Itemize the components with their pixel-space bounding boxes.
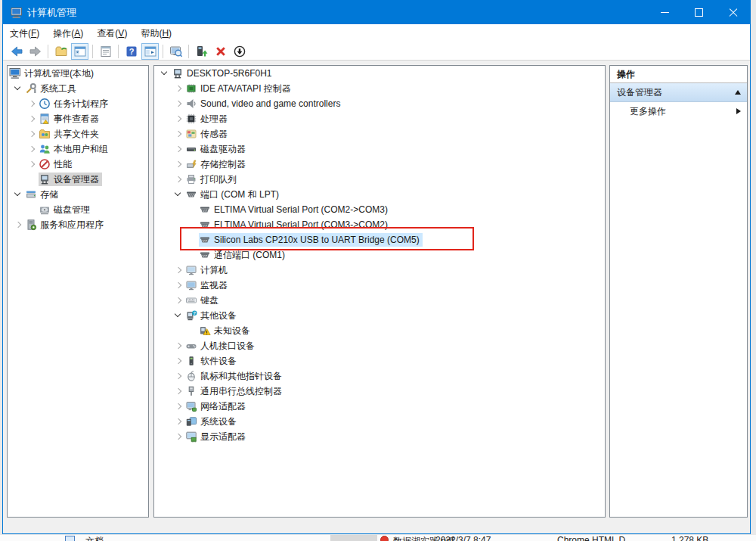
expander-collapsed-icon[interactable] — [172, 158, 185, 170]
device-tree-item[interactable]: 通信端口 (COM1) — [154, 247, 605, 263]
minimize-button[interactable] — [648, 1, 682, 24]
tree-item-core[interactable]: 事件查看器 — [39, 112, 102, 126]
expander-collapsed-icon[interactable] — [172, 279, 185, 291]
open-button[interactable] — [52, 43, 70, 60]
disable-device-button[interactable] — [231, 43, 248, 60]
collapse-arrow-icon[interactable] — [735, 90, 741, 95]
tree-item-core[interactable]: 计算机 — [185, 263, 231, 277]
console-tree-item[interactable]: 本地用户和组 — [8, 141, 148, 157]
device-tree-item[interactable]: Sound, video and game controllers — [154, 96, 605, 111]
device-tree-item[interactable]: ELTIMA Virtual Serial Port (COM3->COM2) — [154, 217, 605, 232]
tree-item-core[interactable]: 系统工具 — [25, 82, 79, 95]
console-tree-item[interactable]: 服务和应用程序 — [8, 217, 148, 232]
close-button[interactable] — [716, 1, 750, 24]
device-tree-item[interactable]: 显示适配器 — [154, 429, 605, 444]
expander-collapsed-icon[interactable] — [25, 128, 39, 140]
tree-item-core[interactable]: 存储控制器 — [185, 157, 249, 171]
tree-item-core[interactable]: IDE ATA/ATAPI 控制器 — [185, 82, 294, 95]
tree-item-core[interactable]: 磁盘驱动器 — [185, 142, 249, 156]
device-tree-item[interactable]: Silicon Labs CP210x USB to UART Bridge (… — [154, 232, 605, 247]
tree-item-core[interactable]: Sound, video and game controllers — [185, 97, 343, 110]
tree-item-core[interactable]: 系统设备 — [185, 415, 240, 428]
device-tree-item[interactable]: 打印队列 — [154, 172, 605, 187]
device-tree-item[interactable]: 键盘 — [154, 293, 605, 308]
scan-hardware-changes-button[interactable] — [167, 43, 184, 60]
device-tree-item[interactable]: ELTIMA Virtual Serial Port (COM2->COM3) — [154, 202, 605, 217]
tree-item-core[interactable]: 存储 — [25, 188, 61, 201]
show-action-pane-button[interactable] — [141, 43, 159, 60]
tree-item-core[interactable]: 任务计划程序 — [39, 97, 111, 110]
device-tree-item[interactable]: 人机接口设备 — [154, 338, 605, 353]
actions-group-device-manager[interactable]: 设备管理器 — [610, 83, 747, 102]
tree-item-core[interactable]: 端口 (COM 和 LPT) — [185, 188, 282, 201]
expander-collapsed-icon[interactable] — [172, 128, 185, 140]
expander-collapsed-icon[interactable] — [172, 431, 185, 443]
menu-help[interactable]: 帮助(H) — [134, 24, 178, 42]
expander-collapsed-icon[interactable] — [25, 143, 39, 155]
device-tree-item[interactable]: 端口 (COM 和 LPT) — [154, 187, 605, 202]
expander-collapsed-icon[interactable] — [25, 113, 39, 125]
expander-collapsed-icon[interactable] — [25, 158, 39, 170]
device-tree-item[interactable]: 未知设备 — [154, 323, 605, 338]
more-actions-item[interactable]: 更多操作 — [610, 102, 747, 120]
device-tree-item[interactable]: 存储控制器 — [154, 157, 605, 172]
device-tree-item[interactable]: 处理器 — [154, 111, 605, 126]
tree-item-core[interactable]: 监视器 — [185, 278, 231, 292]
tree-item-core[interactable]: 本地用户和组 — [39, 142, 111, 156]
help-button[interactable]: ? — [122, 43, 140, 60]
tree-item-core[interactable]: 服务和应用程序 — [25, 218, 107, 232]
expander-collapsed-icon[interactable] — [172, 370, 185, 382]
back-button[interactable] — [8, 43, 25, 60]
tree-item-core[interactable]: 未知设备 — [199, 324, 253, 337]
tree-item-core[interactable]: 人机接口设备 — [185, 339, 258, 353]
expander-expanded-icon[interactable] — [172, 309, 185, 322]
device-tree-item[interactable]: 通用串行总线控制器 — [154, 384, 605, 399]
menu-action[interactable]: 操作(A) — [46, 24, 90, 42]
tree-item-core[interactable]: 通信端口 (COM1) — [199, 248, 288, 262]
expander-collapsed-icon[interactable] — [25, 98, 39, 110]
device-tree-item[interactable]: 网络适配器 — [154, 399, 605, 414]
console-tree-item[interactable]: 设备管理器 — [8, 172, 148, 187]
expander-collapsed-icon[interactable] — [172, 264, 185, 276]
console-tree-item[interactable]: 磁盘管理 — [8, 202, 148, 217]
expander-expanded-icon[interactable] — [11, 188, 25, 201]
expander-expanded-icon[interactable] — [158, 67, 172, 79]
expander-collapsed-icon[interactable] — [172, 400, 185, 412]
expander-collapsed-icon[interactable] — [172, 113, 185, 125]
tree-item-core[interactable]: ELTIMA Virtual Serial Port (COM3->COM2) — [199, 218, 391, 232]
update-driver-button[interactable] — [193, 43, 210, 60]
device-tree-item[interactable]: 传感器 — [154, 126, 605, 141]
tree-item-core[interactable]: 通用串行总线控制器 — [185, 384, 285, 398]
tree-item-core[interactable]: 磁盘管理 — [39, 203, 93, 216]
show-console-tree-button[interactable] — [71, 43, 88, 60]
expander-collapsed-icon[interactable] — [172, 98, 185, 110]
device-tree-item[interactable]: 计算机 — [154, 263, 605, 278]
device-tree-item[interactable]: 软件设备 — [154, 353, 605, 368]
expander-collapsed-icon[interactable] — [172, 294, 185, 306]
console-tree-item[interactable]: 事件查看器 — [8, 111, 148, 126]
device-tree-item[interactable]: ?其他设备 — [154, 308, 605, 323]
expander-collapsed-icon[interactable] — [11, 219, 25, 231]
console-tree-item[interactable]: 系统工具 — [8, 81, 148, 96]
device-tree-item[interactable]: 磁盘驱动器 — [154, 141, 605, 157]
expander-expanded-icon[interactable] — [11, 82, 25, 95]
expander-collapsed-icon[interactable] — [172, 143, 185, 155]
expander-collapsed-icon[interactable] — [172, 385, 185, 397]
tree-item-core[interactable]: 鼠标和其他指针设备 — [185, 369, 285, 383]
tree-item-core[interactable]: ?其他设备 — [185, 309, 240, 322]
expander-collapsed-icon[interactable] — [172, 415, 185, 428]
expander-collapsed-icon[interactable] — [172, 173, 185, 185]
console-tree-item[interactable]: 共享文件夹 — [8, 126, 148, 141]
tree-item-core[interactable]: 打印队列 — [185, 173, 240, 186]
tree-item-core[interactable]: Silicon Labs CP210x USB to UART Bridge (… — [199, 233, 423, 247]
tree-item-core[interactable]: 共享文件夹 — [39, 127, 102, 141]
device-tree-item[interactable]: 监视器 — [154, 278, 605, 293]
console-tree-item[interactable]: 性能 — [8, 157, 148, 172]
maximize-button[interactable] — [682, 1, 716, 24]
tree-item-core[interactable]: ELTIMA Virtual Serial Port (COM2->COM3) — [199, 203, 391, 216]
expander-expanded-icon[interactable] — [172, 188, 185, 201]
device-tree-item[interactable]: 系统设备 — [154, 414, 605, 429]
console-tree-item[interactable]: 计算机管理(本地) — [8, 66, 148, 81]
background-folder-label[interactable]: 文档 — [85, 535, 104, 541]
tree-item-core[interactable]: 网络适配器 — [185, 400, 249, 413]
